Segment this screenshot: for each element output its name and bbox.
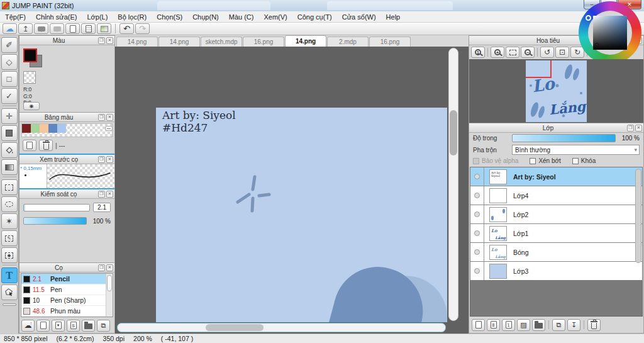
hue-wheel[interactable] <box>579 1 641 64</box>
foreground-color-swatch[interactable] <box>23 48 37 62</box>
blend-mode-dropdown[interactable]: Bình thường ▾ <box>512 145 640 155</box>
shape-rectangle-tool-button[interactable]: □ <box>1 71 18 87</box>
menu-tep[interactable]: Tệp(F) <box>0 13 31 21</box>
select-eraser-tool-button[interactable]: ◆ <box>1 247 18 263</box>
brush-tool-button[interactable]: ✐ <box>1 37 18 53</box>
layer-row-lop3[interactable]: Lớp3 <box>470 262 642 281</box>
popout-icon[interactable]: ❐ <box>98 37 105 44</box>
layer-visibility-toggle[interactable] <box>474 268 480 274</box>
hue-cursor[interactable] <box>586 15 591 21</box>
navigator-thumbnail[interactable]: Lo Lắng <box>526 60 587 122</box>
popout-icon[interactable]: ❐ <box>98 191 105 198</box>
palette-swatch[interactable] <box>31 124 40 133</box>
close-icon[interactable]: ✕ <box>635 125 642 132</box>
layer-list-scrollbar[interactable] <box>635 167 642 280</box>
lasso-tool-button[interactable] <box>1 196 18 212</box>
popout-icon[interactable]: ❐ <box>627 125 634 132</box>
clipping-checkbox[interactable] <box>530 158 536 164</box>
lock-checkbox[interactable] <box>572 158 579 164</box>
brush-list-scrollbar[interactable] <box>106 274 113 317</box>
canvas-horizontal-scrollbar[interactable] <box>117 323 446 332</box>
layer-row-lop1[interactable]: Lo Lắng Lớp1 <box>470 224 642 243</box>
navigator-preview-area[interactable]: Lo Lắng <box>469 59 643 123</box>
close-icon[interactable]: ✕ <box>106 191 113 198</box>
canvas-vertical-scrollbar[interactable] <box>448 48 458 321</box>
material-grid-button[interactable] <box>97 23 111 34</box>
brush-size-value[interactable]: 2.1 <box>93 203 111 212</box>
layer-visibility-toggle[interactable] <box>474 211 480 217</box>
brush-item-pen[interactable]: 11.5 Pen <box>21 284 113 295</box>
select-pen-tool-button[interactable]: ✎ <box>1 230 18 246</box>
add-layer-folder-button[interactable] <box>532 319 545 331</box>
canvas[interactable]: Art by: Siyeol #Hd247 <box>156 108 447 322</box>
menu-help[interactable]: Help <box>381 13 406 21</box>
delete-palette-color-button[interactable] <box>39 140 53 151</box>
tab-16png-1[interactable]: 16.png <box>243 37 284 47</box>
fit-screen-button[interactable] <box>506 47 519 58</box>
brush-item-airbrush[interactable]: 48.6 Phun màu <box>21 306 113 317</box>
layer-visibility-toggle[interactable] <box>474 174 480 179</box>
tab-14png-active[interactable]: 14.png <box>285 35 326 47</box>
menu-mau[interactable]: Màu (C) <box>224 13 259 21</box>
tab-2mdp[interactable]: 2.mdp <box>327 37 369 47</box>
tool-strip-scrollbar[interactable] <box>3 303 16 306</box>
brush-opacity-slider[interactable] <box>23 217 87 225</box>
layer-visibility-toggle[interactable] <box>474 193 480 198</box>
tab-16png-2[interactable]: 16.png <box>369 37 411 47</box>
layer-row-lop4[interactable]: Lớp4 <box>470 186 642 205</box>
eraser-tool-button[interactable]: ◇ <box>1 54 18 70</box>
undo-button[interactable]: ↶ <box>119 23 134 34</box>
save-brush-button[interactable]: ▾ <box>52 320 65 332</box>
zoom-out-button[interactable]: − <box>521 47 535 58</box>
popout-icon[interactable]: ❐ <box>98 114 105 121</box>
add-brush-button[interactable] <box>36 320 50 332</box>
menu-chon[interactable]: Chọn(S) <box>152 13 187 21</box>
layer-visibility-toggle[interactable] <box>474 249 480 255</box>
script-brush-button[interactable]: S <box>67 320 80 332</box>
add-layer-button[interactable] <box>472 319 485 331</box>
menu-cua-so[interactable]: Cửa sổ(W) <box>337 13 381 21</box>
add-8bit-layer-button[interactable]: 8 <box>487 319 500 331</box>
layer-visibility-toggle[interactable] <box>474 230 480 236</box>
tab-14png-1[interactable]: 14.png <box>116 37 158 47</box>
menu-chup[interactable]: Chụp(N) <box>187 13 224 21</box>
palette-swatch[interactable] <box>48 124 57 133</box>
popout-icon[interactable]: ❐ <box>98 156 105 163</box>
bucket-tool-button[interactable] <box>1 142 18 158</box>
add-tone-layer-button[interactable]: ▨ <box>517 319 530 331</box>
menu-chinh-sua[interactable]: Chỉnh sửa(E) <box>31 13 82 21</box>
merge-layer-button[interactable]: ↧ <box>567 319 580 331</box>
fill-rect-tool-button[interactable] <box>1 125 18 141</box>
add-palette-color-button[interactable] <box>23 140 36 151</box>
delete-layer-button[interactable] <box>587 319 601 331</box>
cloud-sync-button[interactable]: ☁ <box>3 23 17 34</box>
duplicate-brush-button[interactable]: ⧉ <box>97 320 110 332</box>
menu-cong-cu[interactable]: Công cụ(T) <box>292 13 337 21</box>
layer-row-art-by-siyeol[interactable]: Art by: Siyeol Art by: Siyeol <box>470 167 642 186</box>
text-tool-button[interactable]: T <box>1 267 18 283</box>
brush-item-pencil[interactable]: 2.1 Pencil <box>21 274 113 284</box>
palette-swatch[interactable] <box>22 124 31 133</box>
layer-row-lop2[interactable]: Lớp2 <box>470 205 642 224</box>
tab-sketchmdp[interactable]: sketch.mdp <box>201 37 242 47</box>
zoom-actual-button[interactable]: 1 <box>471 47 485 58</box>
protect-alpha-checkbox[interactable] <box>473 158 479 164</box>
export-button[interactable]: ↥ <box>18 23 33 34</box>
duplicate-layer-button[interactable]: ⧉ <box>552 319 565 331</box>
eyedropper-button[interactable]: ◉ <box>23 102 40 110</box>
comment-button[interactable] <box>34 23 48 34</box>
close-icon[interactable]: ✕ <box>106 264 113 271</box>
rect-select-tool-button[interactable] <box>1 179 18 195</box>
tab-14png-2[interactable]: 14.png <box>158 37 200 47</box>
shape-operate-tool-button[interactable] <box>1 284 18 300</box>
close-icon[interactable]: ✕ <box>106 156 113 163</box>
move-tool-button[interactable]: ✛ <box>1 108 18 124</box>
reset-rotation-button[interactable]: ⊡ <box>555 47 569 58</box>
menu-xem[interactable]: Xem(V) <box>258 13 292 21</box>
h-scroll-thumb[interactable] <box>206 324 264 331</box>
close-icon[interactable]: ✕ <box>106 37 113 44</box>
layer-row-bong[interactable]: Lo Lắng Bóng <box>470 243 642 262</box>
new-document-button[interactable] <box>65 23 80 34</box>
brush-cloud-download-button[interactable]: ☁↑ <box>21 320 35 332</box>
zoom-in-button[interactable]: + <box>491 47 504 58</box>
